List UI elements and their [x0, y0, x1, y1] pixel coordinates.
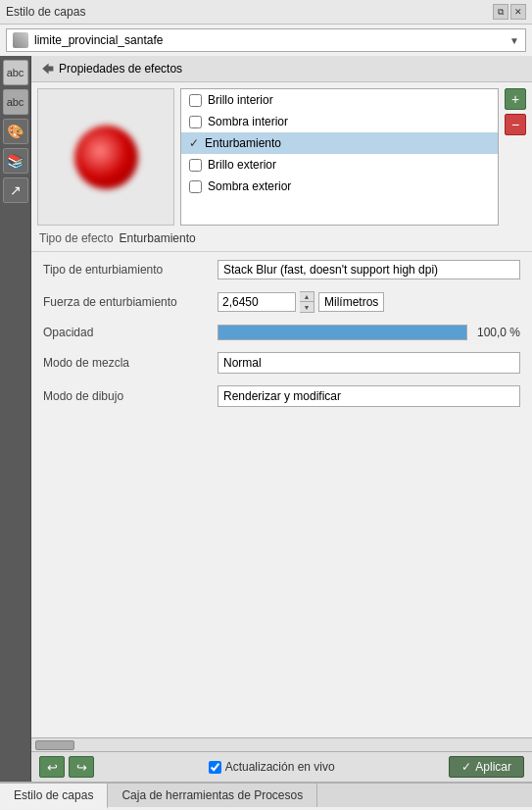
properties-title: Propiedades de efectos — [59, 62, 182, 76]
back-arrow-icon[interactable] — [39, 61, 55, 76]
effect-label: Enturbamiento — [205, 136, 281, 150]
tool-color-button[interactable]: 🎨 — [3, 119, 28, 144]
draw-row: Modo de dibujo Renderizar y modificar — [43, 385, 520, 407]
effect-item-brillo-exterior[interactable]: Brillo exterior — [181, 154, 498, 176]
blur-type-label: Tipo de enturbiamiento — [43, 263, 210, 277]
undo-button[interactable]: ↩ — [39, 756, 65, 778]
bottom-bar: ↩ ↪ Actualización en vivo ✓ Aplicar — [31, 751, 532, 782]
right-panel: Propiedades de efectos Brillo interior — [31, 56, 532, 782]
restore-button[interactable]: ⧉ — [493, 4, 508, 20]
tab-bar: Estilo de capas Caja de herramientas de … — [0, 782, 532, 807]
tab-estilo-capas[interactable]: Estilo de capas — [0, 784, 108, 809]
layer-dropdown-left: limite_provincial_santafe — [13, 32, 163, 48]
effect-item-enturbamiento[interactable]: ✓ Enturbamiento — [181, 132, 498, 154]
effect-checkbox-brillo-exterior[interactable] — [189, 159, 202, 172]
blur-type-row: Tipo de enturbiamiento Stack Blur (fast,… — [43, 260, 520, 279]
effect-label: Brillo exterior — [208, 158, 276, 172]
close-button[interactable]: ✕ — [510, 4, 526, 20]
title-bar-buttons: ⧉ ✕ — [493, 4, 526, 20]
apply-checkmark-icon: ✓ — [461, 760, 471, 774]
force-row: Fuerza de enturbiamiento 2,6450 ▲ ▼ Milí… — [43, 291, 520, 313]
effect-label: Brillo interior — [208, 93, 273, 107]
unit-select[interactable]: Milímetros — [318, 292, 384, 312]
left-toolbar: abc abc 🎨 📚 ↗ — [0, 56, 31, 782]
opacity-slider[interactable] — [218, 325, 467, 340]
tool-arrow-button[interactable]: ↗ — [3, 177, 28, 203]
effects-list: Brillo interior Sombra interior ✓ Enturb… — [180, 88, 499, 226]
opacity-value: 100,0 % — [477, 326, 520, 339]
effect-item-brillo-interior[interactable]: Brillo interior — [181, 89, 498, 111]
add-effect-button[interactable]: + — [505, 88, 526, 110]
force-input-group: 2,6450 ▲ ▼ Milímetros — [218, 291, 384, 313]
properties-top-area: Brillo interior Sombra interior ✓ Enturb… — [31, 82, 532, 226]
live-update-checkbox[interactable] — [209, 761, 221, 774]
main-container: limite_provincial_santafe ▼ abc abc 🎨 📚 … — [0, 25, 532, 807]
opacity-slider-fill — [218, 326, 466, 339]
tool-stack-button[interactable]: 📚 — [3, 148, 28, 174]
bottom-left: ↩ ↪ — [39, 756, 94, 778]
effects-buttons: + − — [505, 88, 526, 226]
remove-effect-button[interactable]: − — [505, 114, 526, 135]
preview-area — [37, 88, 174, 226]
effect-label: Sombra exterior — [208, 179, 291, 193]
live-update-control: Actualización en vivo — [209, 760, 335, 774]
force-spinner: ▲ ▼ — [300, 291, 314, 313]
check-icon: ✓ — [189, 136, 199, 150]
window-title: Estilo de capas — [6, 5, 85, 19]
horizontal-scrollbar[interactable] — [31, 737, 532, 751]
title-bar: Estilo de capas ⧉ ✕ — [0, 0, 532, 25]
properties-form: Tipo de enturbiamiento Stack Blur (fast,… — [31, 252, 532, 415]
tool-text-button[interactable]: abc — [3, 60, 28, 85]
blur-type-field[interactable]: Stack Blur (fast, doesn't support high d… — [218, 260, 520, 279]
spinner-down-button[interactable]: ▼ — [300, 302, 314, 312]
opacity-row: Opacidad 100,0 % — [43, 325, 520, 340]
effect-checkbox-sombra-interior[interactable] — [189, 116, 202, 128]
opacity-control: 100,0 % — [218, 325, 520, 340]
blend-row: Modo de mezcla Normal — [43, 352, 520, 374]
spinner-up-button[interactable]: ▲ — [300, 292, 314, 302]
tool-text2-button[interactable]: abc — [3, 89, 28, 115]
live-update-label: Actualización en vivo — [225, 760, 335, 774]
content-area: abc abc 🎨 📚 ↗ Propiedades de efectos — [0, 56, 532, 782]
layer-name: limite_provincial_santafe — [34, 33, 163, 47]
effect-type-label: Tipo de efecto — [39, 231, 114, 245]
effect-type-section: Tipo de efecto Enturbamiento — [31, 226, 532, 252]
apply-label: Aplicar — [475, 760, 511, 774]
effect-checkbox-brillo-interior[interactable] — [189, 94, 202, 107]
redo-button[interactable]: ↪ — [69, 756, 94, 778]
opacity-label: Opacidad — [43, 326, 210, 339]
tab-caja-herramientas[interactable]: Caja de herramientas de Procesos — [108, 784, 317, 807]
effect-item-sombra-exterior[interactable]: Sombra exterior — [181, 176, 498, 197]
layer-dropdown[interactable]: limite_provincial_santafe ▼ — [6, 28, 526, 52]
scrollable-area: Tipo de enturbiamiento Stack Blur (fast,… — [31, 252, 532, 737]
preview-circle — [74, 126, 138, 189]
effect-item-sombra-interior[interactable]: Sombra interior — [181, 111, 498, 132]
blend-label: Modo de mezcla — [43, 356, 210, 370]
force-value[interactable]: 2,6450 — [218, 292, 296, 312]
draw-field[interactable]: Renderizar y modificar — [218, 385, 520, 407]
properties-header: Propiedades de efectos — [31, 56, 532, 82]
effect-type-value: Enturbamiento — [120, 231, 196, 245]
effect-checkbox-sombra-exterior[interactable] — [189, 180, 202, 193]
scrollbar-thumb[interactable] — [35, 740, 74, 750]
draw-label: Modo de dibujo — [43, 389, 210, 403]
apply-button[interactable]: ✓ Aplicar — [449, 756, 524, 778]
layer-icon — [13, 32, 28, 48]
chevron-down-icon: ▼ — [509, 35, 519, 46]
force-label: Fuerza de enturbiamiento — [43, 295, 210, 309]
blend-field[interactable]: Normal — [218, 352, 520, 374]
effect-label: Sombra interior — [208, 115, 288, 128]
